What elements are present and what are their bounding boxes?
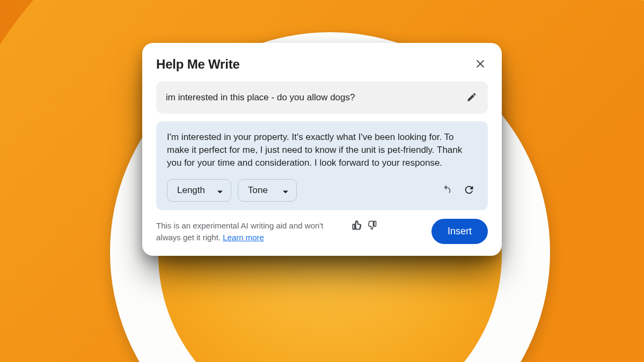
prompt-text: im interested in this place - do you all… [166, 92, 458, 103]
thumbs-down-icon [367, 224, 377, 232]
thumbs-down-button[interactable] [365, 219, 378, 233]
refresh-icon [463, 184, 475, 197]
caret-down-icon [217, 187, 223, 194]
result-text: I'm interested in your property. It's ex… [167, 131, 477, 169]
undo-button[interactable] [438, 182, 455, 198]
result-controls: Length Tone [167, 179, 477, 202]
undo-icon [441, 184, 452, 197]
insert-button[interactable]: Insert [431, 219, 488, 244]
learn-more-link[interactable]: Learn more [223, 233, 264, 242]
tone-dropdown[interactable]: Tone [238, 179, 297, 202]
help-me-write-dialog: Help Me Write im interested in this plac… [142, 43, 502, 256]
prompt-box: im interested in this place - do you all… [156, 82, 488, 114]
disclaimer: This is an experimental AI writing aid a… [156, 220, 344, 243]
length-dropdown-label: Length [177, 185, 205, 196]
caret-down-icon [282, 187, 289, 194]
edit-prompt-button[interactable] [464, 90, 479, 105]
close-button[interactable] [473, 57, 488, 72]
thumbs-up-icon [352, 224, 362, 232]
regenerate-button[interactable] [461, 182, 477, 198]
result-panel: I'm interested in your property. It's ex… [156, 121, 488, 210]
stage: Help Me Write im interested in this plac… [0, 0, 644, 362]
dialog-title: Help Me Write [156, 57, 240, 72]
dialog-header: Help Me Write [156, 57, 488, 72]
length-dropdown[interactable]: Length [167, 179, 231, 202]
dialog-footer: This is an experimental AI writing aid a… [156, 219, 488, 244]
close-icon [475, 58, 486, 71]
pencil-icon [466, 92, 477, 104]
feedback-group [350, 219, 378, 233]
thumbs-up-button[interactable] [350, 219, 363, 233]
tone-dropdown-label: Tone [248, 185, 268, 196]
